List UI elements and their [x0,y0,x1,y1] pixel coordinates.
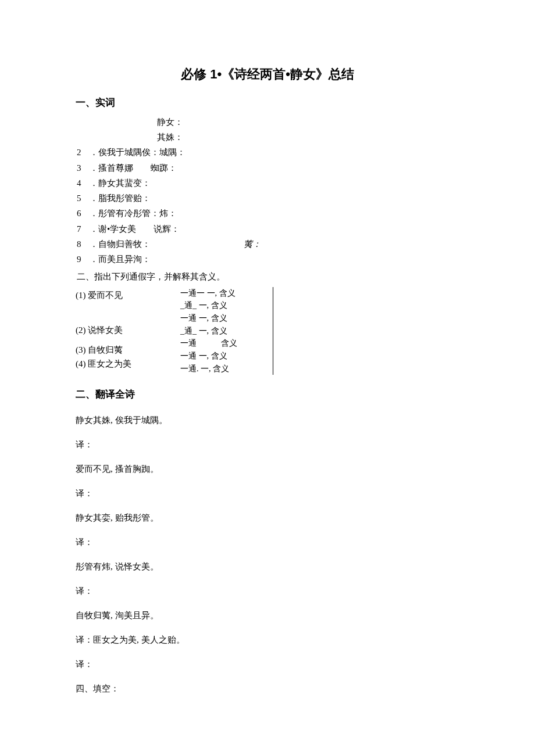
item-6: 6．彤管有冷彤管：炜： [77,206,459,221]
tongjia-subhead: 二、指出下列通假字，并解释其含义。 [77,269,459,284]
italic-note: 荑： [244,237,261,252]
page-title: 必修 1•《诗经两首•静女》总结 [76,64,459,84]
poem-line-3: 静女其娈, 贻我彤管。 [76,511,459,525]
item-3: 3．搔首尊娜 蜘踯： [77,160,459,175]
trans-label-4: 译： [76,584,459,598]
tj-blank-3: 一通 一, 含义 [180,312,269,325]
tongjia-block: (1) 爱而不见 (2) 说怿女美 (3) 自牧归荑 (4) 匪女之为美 一通一… [76,287,459,375]
trans-label-2: 译： [76,486,459,500]
tj-blank-7: 一通. 一, 含义 [180,363,269,375]
trans-label-3: 译： [76,535,459,549]
item-2: 2．俟我于城隅俟：城隅： [77,145,459,160]
trans-label-1: 译： [76,438,459,452]
tj-item-2: (2) 说怿女美 [76,315,180,343]
item-9: 9．而美且异洵： [77,252,459,267]
tj-item-3: (3) 自牧归荑 [76,343,180,357]
item-8: 8．自物归善牧：荑： [77,237,459,252]
section-2-head: 二、翻译全诗 [76,386,459,402]
item-7: 7．谢•学女美 说辉： [77,221,459,237]
tj-item-4: (4) 匪女之为美 [76,357,180,371]
tongjia-left-col: (1) 爱而不见 (2) 说怿女美 (3) 自牧归荑 (4) 匪女之为美 [76,287,180,375]
def-jingnv: 静女： [157,115,459,130]
item-5: 5．脂我彤管贻： [77,191,459,206]
poem-line-5: 自牧归荑, 洵美且异。 [76,608,459,622]
tj-blank-1: 一通一 一, 含义 [180,287,269,300]
poem-line-4: 彤管有炜, 说怿女美。 [76,560,459,574]
tj-item-1: (1) 爱而不见 [76,287,180,315]
item-4: 4．静女其蜚变： [77,175,459,191]
trans-label-5: 译：匪女之为美, 美人之贻。 [76,633,459,647]
section-1-head: 一、实词 [76,95,459,110]
tj-blank-6: 一通 一, 含义 [180,350,269,363]
def-qishu: 其姝： [157,130,459,145]
tongjia-right-col: 一通一 一, 含义 _通_ 一, 含义 一通 一, 含义 _通_ 一, 含义 一… [180,287,273,375]
tj-blank-4: _通_ 一, 含义 [180,325,269,338]
poem-line-2: 爱而不见, 搔首胸踟。 [76,462,459,476]
trans-label-6: 译： [76,657,459,671]
indent-defs: 静女： 其姝： [157,115,459,145]
tj-blank-5: 一通 含义 [180,337,269,350]
fill-blank-head: 四、填空： [76,682,459,696]
tj-blank-2: _通_ 一, 含义 [180,299,269,312]
poem-line-1: 静女其姝, 俟我于城隅。 [76,413,459,427]
